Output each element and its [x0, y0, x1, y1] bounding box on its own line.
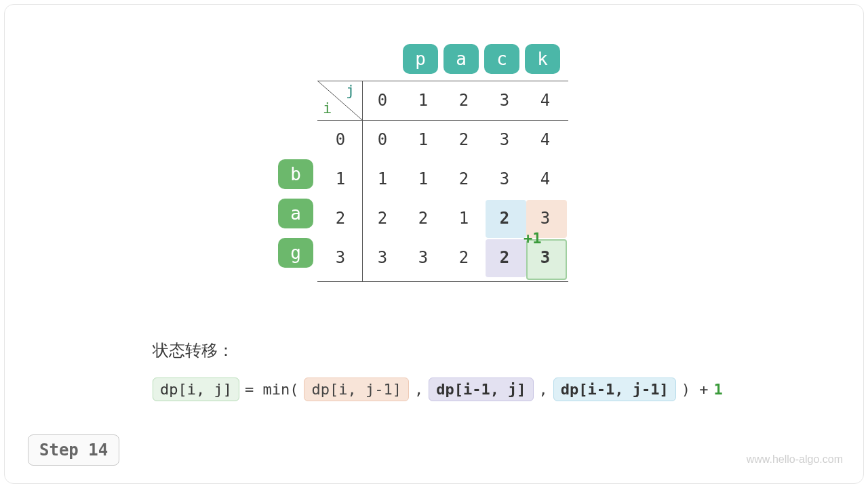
col-index: 1: [403, 81, 443, 120]
formula-term-top: dp[i-1, j]: [429, 378, 533, 401]
step-badge: Step 14: [28, 434, 119, 466]
col-index: 3: [484, 81, 525, 120]
col-index: 0: [362, 81, 403, 120]
source-char-chip: a: [278, 199, 313, 228]
dp-cell: 4: [525, 159, 566, 199]
row-index: 1: [320, 159, 361, 199]
table-bottom-line: [317, 281, 568, 282]
formula-comma: ,: [413, 381, 425, 398]
formula-tail: ) +: [680, 381, 710, 398]
dp-cell: 2: [484, 238, 525, 277]
dp-cell: 2: [443, 120, 484, 159]
target-char-chip: c: [484, 44, 519, 74]
dp-cell: 1: [403, 120, 443, 159]
dp-cell: 3: [484, 120, 525, 159]
target-char-chip: a: [443, 44, 479, 74]
dp-cell: 4: [525, 120, 566, 159]
formula-lhs: dp[i, j]: [153, 378, 239, 401]
axis-label-j: j: [346, 82, 355, 99]
formula-term-diag: dp[i-1, j-1]: [553, 378, 676, 401]
dp-cell: 3: [362, 238, 403, 277]
target-string-row: p a c k: [403, 44, 560, 74]
dp-cell: 3: [403, 238, 443, 277]
watermark: www.hello-algo.com: [747, 453, 843, 466]
dp-cell: 2: [484, 199, 525, 238]
source-string-col: b a g: [278, 159, 313, 268]
dp-cell: 2: [443, 238, 484, 277]
axis-label-i: i: [323, 100, 332, 117]
target-char-chip: k: [525, 44, 560, 74]
dp-cell: 1: [362, 159, 403, 199]
source-char-chip: b: [278, 159, 313, 189]
dp-cell: 2: [403, 199, 443, 238]
dp-cell: 1: [443, 199, 484, 238]
row-index: 0: [320, 120, 361, 159]
dp-cell: 2: [443, 159, 484, 199]
dp-cell: 0: [362, 120, 403, 159]
row-index: 2: [320, 199, 361, 238]
dp-cell: 2: [362, 199, 403, 238]
formula-block: 状态转移： dp[i, j] = min( dp[i, j-1] , dp[i-…: [153, 340, 723, 401]
target-char-chip: p: [403, 44, 438, 74]
diagram-frame: p a c k b a g j i 0 1 2 3 4 0 1 2 3: [4, 4, 864, 484]
dp-cell: 1: [403, 159, 443, 199]
formula-line: dp[i, j] = min( dp[i, j-1] , dp[i-1, j] …: [153, 378, 723, 401]
formula-eq: = min(: [243, 381, 300, 398]
formula-comma: ,: [538, 381, 549, 398]
col-index: 4: [525, 81, 566, 120]
source-char-chip: g: [278, 238, 313, 268]
col-index: 2: [443, 81, 484, 120]
dp-cell: 3: [484, 159, 525, 199]
formula-term-left: dp[i, j-1]: [304, 378, 408, 401]
formula-plus-one: 1: [714, 381, 723, 398]
formula-title: 状态转移：: [153, 340, 723, 361]
row-index: 3: [320, 238, 361, 277]
plus-one-annotation: +1: [524, 230, 542, 247]
